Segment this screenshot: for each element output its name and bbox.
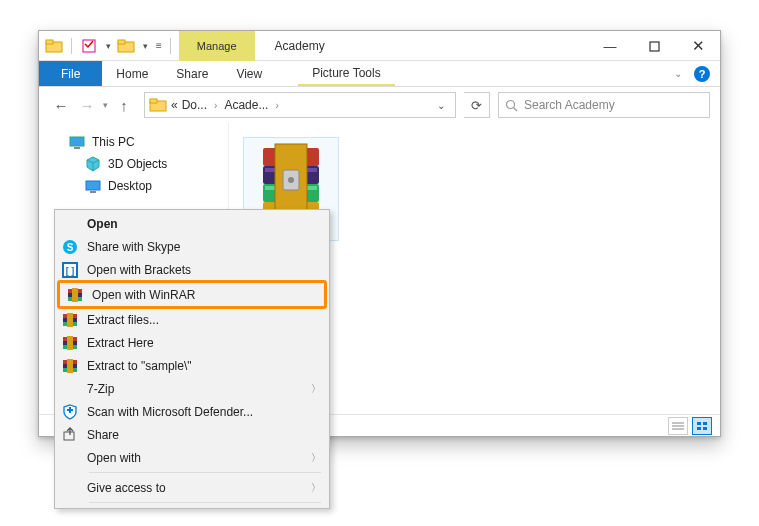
shield-icon: [61, 403, 79, 421]
svg-rect-29: [703, 427, 707, 430]
history-dropdown-icon[interactable]: ▾: [103, 100, 108, 110]
svg-rect-26: [697, 422, 701, 425]
tree-item-desktop[interactable]: Desktop: [39, 175, 228, 197]
qat-overflow[interactable]: ≡: [156, 40, 162, 51]
help-icon[interactable]: ?: [694, 66, 710, 82]
tree-label: This PC: [92, 135, 135, 149]
share-icon: [61, 426, 79, 444]
thumbnails-view-toggle[interactable]: [692, 417, 712, 435]
new-folder-icon[interactable]: [117, 37, 135, 55]
brackets-icon: [ ]: [61, 261, 79, 279]
breadcrumb-item[interactable]: Acade...: [224, 98, 268, 112]
svg-rect-12: [86, 181, 100, 190]
menu-extract-files[interactable]: Extract files...: [55, 308, 329, 331]
address-dropdown-icon[interactable]: ⌄: [431, 100, 451, 111]
svg-text:[ ]: [ ]: [66, 266, 75, 276]
properties-icon[interactable]: [80, 37, 98, 55]
folder-icon: [149, 96, 167, 114]
svg-point-22: [288, 177, 294, 183]
window-title: Academy: [255, 31, 588, 60]
tab-view[interactable]: View: [222, 61, 276, 86]
svg-rect-49: [67, 359, 73, 373]
tree-item-this-pc[interactable]: This PC: [39, 131, 228, 153]
expand-ribbon-icon[interactable]: ⌄: [674, 68, 682, 79]
svg-rect-41: [67, 313, 73, 327]
menu-open-winrar[interactable]: Open with WinRAR: [60, 283, 324, 306]
winrar-icon: [61, 357, 79, 375]
address-bar[interactable]: « Do... › Acade... › ⌄: [144, 92, 456, 118]
blank-icon: [61, 479, 79, 497]
breadcrumb-item[interactable]: Do...: [182, 98, 207, 112]
submenu-arrow-icon: 〉: [311, 481, 321, 495]
separator: [71, 38, 72, 54]
forward-button[interactable]: →: [75, 93, 99, 117]
submenu-arrow-icon: 〉: [311, 451, 321, 465]
search-placeholder: Search Academy: [524, 98, 615, 112]
tab-home[interactable]: Home: [102, 61, 162, 86]
svg-rect-27: [703, 422, 707, 425]
details-view-toggle[interactable]: [668, 417, 688, 435]
svg-rect-4: [118, 40, 125, 44]
chevron-right-icon[interactable]: ›: [211, 100, 220, 111]
blank-icon: [61, 380, 79, 398]
svg-rect-1: [46, 40, 53, 44]
tab-share[interactable]: Share: [162, 61, 222, 86]
tab-file[interactable]: File: [39, 61, 102, 86]
tree-item-3d-objects[interactable]: 3D Objects: [39, 153, 228, 175]
menu-7zip[interactable]: 7-Zip 〉: [55, 377, 329, 400]
winrar-icon: [66, 286, 84, 304]
up-button[interactable]: ↑: [112, 93, 136, 117]
close-button[interactable]: ✕: [676, 31, 720, 61]
tab-picture-tools[interactable]: Picture Tools: [298, 61, 394, 86]
chevron-down-icon[interactable]: ▾: [106, 41, 111, 51]
svg-rect-28: [697, 427, 701, 430]
customize-dropdown-icon[interactable]: ▾: [143, 41, 148, 51]
pc-icon: [69, 134, 85, 150]
winrar-icon: [61, 334, 79, 352]
menu-give-access[interactable]: Give access to 〉: [55, 476, 329, 499]
menu-extract-to[interactable]: Extract to "sample\": [55, 354, 329, 377]
menu-share[interactable]: Share: [55, 423, 329, 446]
menu-open[interactable]: Open: [55, 212, 329, 235]
tree-label: Desktop: [108, 179, 152, 193]
menu-separator: [89, 472, 321, 473]
svg-line-9: [514, 107, 518, 111]
window-controls: — ✕: [588, 31, 720, 60]
winrar-icon: [61, 311, 79, 329]
svg-point-8: [507, 100, 515, 108]
folder-icon: [45, 37, 63, 55]
title-bar: ▾ ▾ ≡ Manage Academy — ✕: [39, 31, 720, 61]
svg-rect-37: [72, 288, 78, 302]
svg-rect-7: [150, 99, 157, 103]
nav-bar: ← → ▾ ↑ « Do... › Acade... › ⌄ ⟳ Search …: [39, 87, 720, 123]
blank-icon: [61, 449, 79, 467]
menu-separator: [89, 502, 321, 503]
svg-rect-45: [67, 336, 73, 350]
ribbon-tabs: File Home Share View Picture Tools ⌄ ?: [39, 61, 720, 87]
svg-rect-52: [64, 432, 74, 440]
chevron-right-icon[interactable]: ›: [272, 100, 281, 111]
blank-icon: [61, 215, 79, 233]
menu-defender-scan[interactable]: Scan with Microsoft Defender...: [55, 400, 329, 423]
highlight-annotation: Open with WinRAR: [57, 280, 327, 309]
maximize-button[interactable]: [632, 31, 676, 61]
refresh-button[interactable]: ⟳: [464, 92, 490, 118]
menu-open-with[interactable]: Open with 〉: [55, 446, 329, 469]
skype-icon: S: [61, 238, 79, 256]
minimize-button[interactable]: —: [588, 31, 632, 61]
svg-text:S: S: [67, 242, 74, 253]
menu-share-skype[interactable]: S Share with Skype: [55, 235, 329, 258]
search-box[interactable]: Search Academy: [498, 92, 710, 118]
context-menu: Open S Share with Skype [ ] Open with Br…: [54, 209, 330, 509]
svg-rect-10: [70, 137, 84, 146]
svg-rect-5: [650, 42, 659, 51]
menu-open-brackets[interactable]: [ ] Open with Brackets: [55, 258, 329, 281]
search-icon: [505, 99, 518, 112]
ribbon-right: ⌄ ?: [674, 61, 720, 86]
svg-rect-13: [90, 191, 96, 193]
rar-icon: [253, 142, 329, 218]
svg-rect-51: [69, 407, 71, 413]
submenu-arrow-icon: 〉: [311, 382, 321, 396]
menu-extract-here[interactable]: Extract Here: [55, 331, 329, 354]
back-button[interactable]: ←: [49, 93, 73, 117]
